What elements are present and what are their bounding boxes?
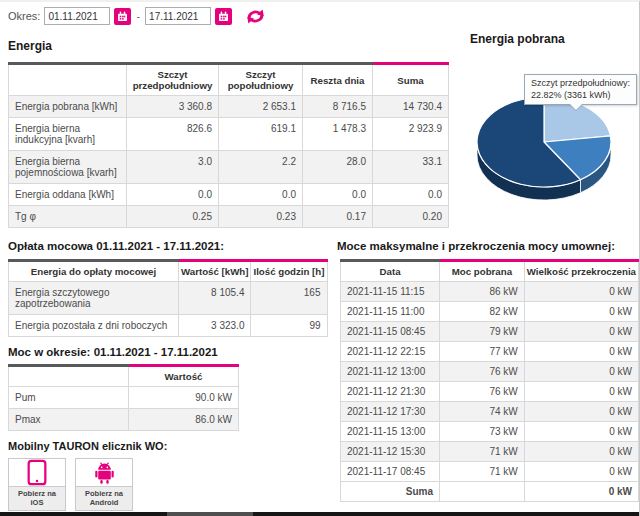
table-cell: Energia pobrana [kWh]: [9, 96, 127, 118]
table-row: 2021-11-12 15:3071 kW0 kW: [341, 442, 639, 462]
bottom-scrollbar[interactable]: [0, 512, 640, 516]
table-cell: 0 kW: [524, 462, 638, 482]
moc-w-okresie-table: WartośćPum90.0 kWPmax86.0 kW: [8, 364, 239, 431]
table-cell: 0.0: [127, 184, 219, 206]
table-row: 2021-11-15 08:4579 kW0 kW: [341, 322, 639, 342]
table-cell: 8 105.4: [179, 282, 251, 315]
table-cell: 0 kW: [524, 382, 638, 402]
table-cell: 0 kW: [524, 482, 638, 502]
table-row: Energia bierna pojemnościowa [kvarh]3.02…: [9, 151, 449, 184]
section-title-max: Moce maksymalne i przekroczenia mocy umo…: [337, 240, 615, 252]
table-cell: 79 kW: [440, 322, 525, 342]
table-cell: 76 kW: [440, 362, 525, 382]
table-cell: 2021-11-15 11:15: [341, 282, 440, 302]
table-row: Energia pozostała z dni roboczych3 323.0…: [9, 315, 328, 337]
table-cell: Energia bierna indukcyjna [kvarh]: [9, 118, 127, 151]
ios-download-button[interactable]: Pobierz na iOS: [8, 458, 66, 511]
table-cell: 0.17: [303, 206, 373, 228]
table-cell: 76 kW: [440, 382, 525, 402]
section-title-moc: Moc w okresie: 01.11.2021 - 17.11.2021: [8, 346, 218, 358]
table-cell: 73 kW: [440, 422, 525, 442]
table-row: Pmax86.0 kW: [9, 409, 239, 431]
table-row: 2021-11-12 22:1577 kW0 kW: [341, 342, 639, 362]
table-cell: 28.0: [303, 151, 373, 184]
table-cell: 0 kW: [524, 422, 638, 442]
table-row: Energia szczytowego zapotrzebowania8 105…: [9, 282, 328, 315]
table-cell: 0 kW: [524, 442, 638, 462]
table-cell: 2021-11-12 21:30: [341, 382, 440, 402]
table-cell: 0.0: [219, 184, 303, 206]
scrollbar-thumb[interactable]: [167, 512, 253, 516]
table-cell: 0 kW: [524, 282, 638, 302]
table-cell: 165: [251, 282, 327, 315]
oplata-mocowa-table: Energia do opłaty mocowejWartość [kWh]Il…: [8, 259, 328, 337]
table-row: Tg φ0.250.230.170.20: [9, 206, 449, 228]
header-row: DataMoc pobranaWielkość przekroczenia: [341, 261, 639, 282]
table-cell: 0.23: [219, 206, 303, 228]
tablet-icon: [9, 459, 65, 486]
table-cell: Suma: [341, 482, 440, 502]
column-header: Wartość [kWh]: [179, 261, 251, 282]
calendar-icon: [116, 10, 129, 23]
column-header: Ilość godzin [h]: [251, 261, 327, 282]
header-row: Wartość: [9, 366, 239, 387]
table-cell: 2021-11-12 17:30: [341, 402, 440, 422]
period-bar: Okres: -: [8, 6, 265, 26]
table-cell: Energia bierna pojemnościowa [kvarh]: [9, 151, 127, 184]
table-cell: 0 kW: [524, 322, 638, 342]
table-row: 2021-11-15 11:0082 kW0 kW: [341, 302, 639, 322]
column-header: Suma: [373, 64, 449, 96]
section-title-oplata: Opłata mocowa 01.11.2021 - 17.11.2021:: [8, 240, 224, 252]
date-separator: -: [136, 10, 140, 22]
table-cell: 0 kW: [524, 302, 638, 322]
header-row: Szczyt przedpołudniowySzczyt popołudniow…: [9, 64, 449, 96]
android-button-label: Pobierz na Android: [76, 486, 132, 510]
table-cell: 14 730.4: [373, 96, 449, 118]
table-cell: 71 kW: [440, 462, 525, 482]
table-cell: 0.0: [303, 184, 373, 206]
ios-button-label: Pobierz na iOS: [9, 486, 65, 510]
android-download-button[interactable]: Pobierz na Android: [75, 458, 133, 511]
table-cell: 71 kW: [440, 442, 525, 462]
table-cell: 1 478.3: [303, 118, 373, 151]
refresh-button[interactable]: [246, 8, 265, 25]
table-cell: 0.20: [373, 206, 449, 228]
table-cell: Pum: [9, 387, 129, 409]
table-cell: 8 716.5: [303, 96, 373, 118]
table-cell: 33.1: [373, 151, 449, 184]
android-icon: [76, 459, 132, 486]
table-cell: [440, 482, 525, 502]
table-cell: 2021-11-15 11:00: [341, 302, 440, 322]
table-cell: Energia szczytowego zapotrzebowania: [9, 282, 179, 315]
table-cell: Tg φ: [9, 206, 127, 228]
table-row: 2021-11-12 21:3076 kW0 kW: [341, 382, 639, 402]
date-from-input[interactable]: [44, 7, 110, 25]
header-row: Energia do opłaty mocowejWartość [kWh]Il…: [9, 261, 328, 282]
pie-tooltip: Szczyt przedpołudniowy: 22.82% (3361 kWh…: [524, 74, 637, 105]
table-cell: 86.0 kW: [129, 409, 239, 431]
table-cell: 2021-11-12 13:00: [341, 362, 440, 382]
table-cell: 86 kW: [440, 282, 525, 302]
table-cell: 2021-11-15 13:00: [341, 422, 440, 442]
calendar-icon: [217, 10, 230, 23]
energia-table: Szczyt przedpołudniowySzczyt popołudniow…: [8, 62, 449, 228]
table-cell: 77 kW: [440, 342, 525, 362]
column-header: Moc pobrana: [440, 261, 525, 282]
column-header: Wartość: [129, 366, 239, 387]
table-row: 2021-11-17 08:4571 kW0 kW: [341, 462, 639, 482]
period-label: Okres:: [8, 10, 40, 22]
table-cell: 99: [251, 315, 327, 337]
table-cell: 0 kW: [524, 362, 638, 382]
table-footer-row: Suma0 kW: [341, 482, 639, 502]
date-from-calendar-button[interactable]: [114, 8, 131, 25]
table-row: Energia pobrana [kWh]3 360.82 653.18 716…: [9, 96, 449, 118]
date-to-calendar-button[interactable]: [215, 8, 232, 25]
column-header: Szczyt przedpołudniowy: [127, 64, 219, 96]
table-cell: 3.0: [127, 151, 219, 184]
pie-tooltip-label: Szczyt przedpołudniowy:: [531, 78, 630, 90]
date-to-input[interactable]: [145, 7, 211, 25]
table-cell: 2 923.9: [373, 118, 449, 151]
column-header: Data: [341, 261, 440, 282]
table-cell: 2 653.1: [219, 96, 303, 118]
table-cell: 0 kW: [524, 402, 638, 422]
